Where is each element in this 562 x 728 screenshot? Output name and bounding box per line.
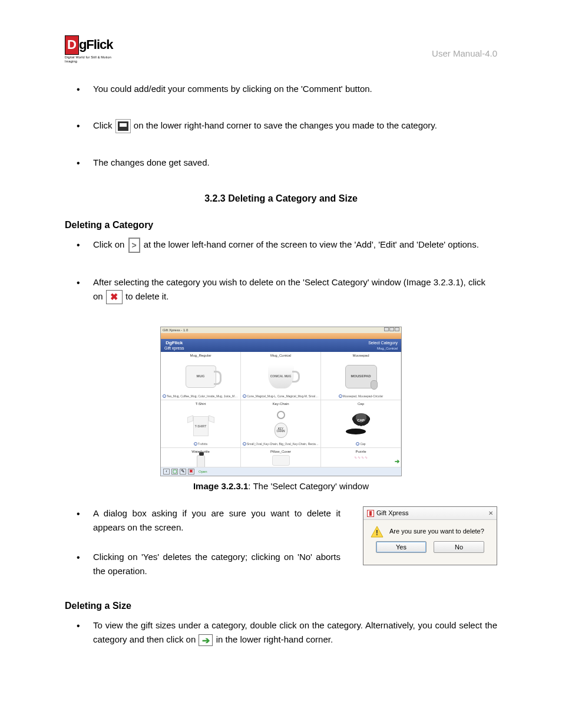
app-icon [367,510,374,517]
svg-text:!: ! [376,528,378,537]
win-brandbar: DgFlick Gift xpress Select Category Mug_… [161,339,401,352]
cell-keychain[interactable]: Key-Chain KEY CHAIN iSmall_Oval_Key-Chai… [241,400,321,449]
bullet-delete-category: After selecting the category you wish to… [77,275,497,304]
bullet-save: Click on the lower right-hand corner to … [77,118,497,133]
bullet-expand: Click on > at the lower left-hand corner… [77,238,497,253]
cap-icon: CAP [345,413,378,436]
select-category-screenshot: Gift Xpress - 1.0 DgFlick Gift xpress Se… [160,327,402,476]
pillow-icon [272,455,290,466]
conical-mug-icon: CONICAL MUG [268,365,294,388]
deleting-size-heading: Deleting a Size [65,599,497,612]
cell-mug-conical[interactable]: Mug_Conical CONICAL MUG iCone_Magical_Mu… [241,352,321,400]
close-icon[interactable]: ✕ [488,509,493,518]
mug-icon: MUG [186,365,216,388]
deleting-category-heading: Deleting a Category [65,219,497,232]
bullet-saved: The changes done get saved. [77,156,497,170]
statusbar: ‹ ▢ ✎ ✖ Open [161,467,401,476]
cell-waterbottle[interactable]: Waterbottle [161,448,241,467]
figure-caption: Image 3.2.3.1: The 'Select Category' win… [65,480,497,492]
bullet-dialog-appears: A dialog box asking if you are sure you … [77,506,340,535]
category-grid: Mug_Regular MUG iTea_Mug, Coffee_Mug, Co… [161,352,401,467]
dialog-bullet-list: A dialog box asking if you are sure you … [65,506,340,578]
win-titlebar: Gift Xpress - 1.0 [161,327,401,333]
cell-cap[interactable]: Cap CAP iCap [321,400,401,449]
mousepad-icon: MOUSEPAD [345,365,377,388]
window-buttons [384,327,399,332]
add-icon[interactable]: ▢ [171,469,178,475]
top-bullet-list: You could add/edit your comments by clic… [65,82,497,170]
bullet-yes-no: Clicking on 'Yes' deletes the category; … [77,550,340,578]
cell-puzzle[interactable]: Puzzle ∿∿∿∿ [321,448,401,467]
delete-tool-icon[interactable]: ✖ [188,469,194,475]
doc-header: DgFlick Digital World for Still & Motion… [65,35,497,64]
keychain-icon: KEY CHAIN [275,411,287,438]
tshirt-icon: T-SHIRT [187,413,214,436]
dialog-titlebar: Gift Xpress ✕ [363,507,497,520]
delete-icon: ✖ [106,290,123,304]
dialog-message: Are you sure you want to delete? [389,527,484,536]
deleting-size-list: To view the gift sizes under a category,… [65,618,497,647]
back-icon[interactable]: ‹ [163,469,170,475]
brand-logo: DgFlick Digital World for Still & Motion… [65,35,124,64]
brand-tagline: Digital World for Still & Motion Imaging [65,55,124,64]
cell-mousepad[interactable]: Mousepad MOUSEPAD iMousepad, Mousepad-Ci… [321,352,401,400]
yes-button[interactable]: Yes [376,541,427,553]
edit-icon[interactable]: ✎ [180,469,186,475]
manual-version: User Manual-4.0 [432,47,497,60]
deleting-category-list: Click on > at the lower left-hand corner… [65,238,497,304]
save-icon [115,119,131,133]
cell-tshirt[interactable]: T-Shirt T-SHIRT iT-shirts [161,400,241,449]
cell-pillow[interactable]: Pillow_Cover [241,448,321,467]
win-toolbar [161,333,401,339]
warning-icon: ! [371,526,384,538]
open-label[interactable]: Open [199,469,207,474]
figure-block: Gift Xpress - 1.0 DgFlick Gift xpress Se… [65,327,497,492]
next-icon: ➔ [199,634,213,646]
next-arrow-icon[interactable]: ➔ [395,457,399,466]
bullet-comment: You could add/edit your comments by clic… [77,82,497,96]
bottle-icon [197,455,205,467]
confirm-dialog: Gift Xpress ✕ ! Are you sure you want to… [363,506,497,565]
no-button[interactable]: No [434,541,484,553]
section-heading: 3.2.3 Deleting a Category and Size [65,192,497,205]
puzzle-icon: ∿∿∿∿ [354,455,368,460]
cell-mug-regular[interactable]: Mug_Regular MUG iTea_Mug, Coffee_Mug, Co… [161,352,241,400]
page-root: DgFlick Digital World for Still & Motion… [0,0,562,704]
bullet-view-sizes: To view the gift sizes under a category,… [77,618,497,647]
expand-icon: > [128,238,140,253]
